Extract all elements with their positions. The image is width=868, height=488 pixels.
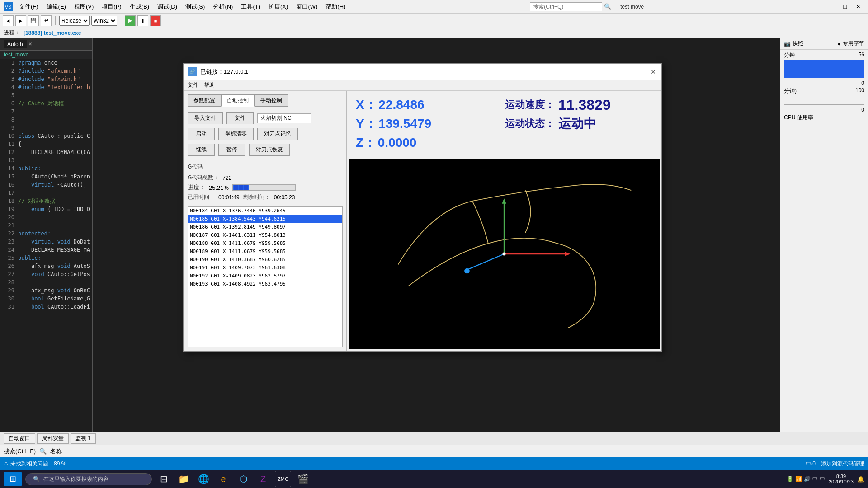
taskbar-icon-explorer[interactable]: 📁: [175, 471, 192, 487]
add-to-source[interactable]: 添加到源代码管理: [821, 460, 864, 468]
menu-project[interactable]: 项目(P): [98, 2, 125, 12]
tool-memory-btn[interactable]: 对刀点记忆: [257, 128, 298, 140]
menu-debug[interactable]: 调试(D): [154, 2, 181, 12]
notification-icon[interactable]: 🔔: [857, 476, 864, 483]
gcode-total-value: 722: [222, 175, 231, 181]
taskbar-search[interactable]: 🔍 在这里输入你要搜索的内容: [25, 473, 152, 485]
code-line: 21: [0, 221, 92, 230]
dialog-close-btn[interactable]: ✕: [649, 67, 658, 76]
code-line: 8: [0, 116, 92, 124]
start-button[interactable]: ⊞: [4, 472, 22, 486]
close-btn[interactable]: ✕: [852, 3, 864, 10]
code-content: virtual void DoDat: [18, 238, 90, 246]
gcode-line: N00186 G01 X-1392.8149 Y949.8097: [188, 223, 342, 231]
search-icon-2: 🔍: [39, 448, 47, 455]
dialog-menu-help[interactable]: 帮助: [204, 81, 215, 89]
line-number: 22: [2, 230, 14, 238]
code-content: protected:: [18, 230, 51, 238]
config-select[interactable]: Release: [59, 16, 90, 26]
line-number: 17: [2, 189, 14, 197]
code-line: 24 DECLARE_MESSAGE_MA: [0, 246, 92, 254]
menu-window[interactable]: 窗口(W): [292, 2, 321, 12]
taskbar-icon-app1[interactable]: Z: [255, 471, 271, 487]
code-content: public:: [18, 254, 41, 262]
code-content: CAuto(CWnd* pParen: [18, 173, 90, 181]
close-tab-icon[interactable]: ✕: [28, 42, 32, 47]
line-number: 15: [2, 173, 14, 181]
tool-restore-btn[interactable]: 对刀点恢复: [249, 144, 290, 156]
menu-edit[interactable]: 编辑(E): [43, 2, 70, 12]
rp-val-1: 56: [859, 52, 864, 59]
watch-tab[interactable]: 监视 1: [71, 433, 96, 444]
menu-bar: VS 文件(F) 编辑(E) 视图(V) 项目(P) 生成(B) 调试(D) 测…: [0, 0, 868, 14]
menu-file[interactable]: 文件(F): [15, 2, 42, 12]
auto-window-tab[interactable]: 自动窗口: [4, 433, 35, 444]
menu-help[interactable]: 帮助(H): [322, 2, 349, 12]
menu-view[interactable]: 视图(V): [71, 2, 97, 12]
code-content: {: [18, 140, 21, 148]
dialog-menu-file[interactable]: 文件: [188, 81, 198, 89]
coord-z-value: 0.0000: [378, 136, 417, 150]
pause-debug-btn[interactable]: ⏸: [137, 15, 148, 26]
menu-tools[interactable]: 工具(T): [237, 2, 264, 12]
taskbar-icon-taskview[interactable]: ⊟: [156, 471, 172, 487]
undo-btn[interactable]: ↩: [41, 15, 52, 26]
pause-btn[interactable]: 暂停: [218, 144, 245, 156]
forward-btn[interactable]: ►: [15, 15, 26, 26]
code-line: 7: [0, 108, 92, 116]
taskbar-icon-media[interactable]: 🎬: [295, 471, 311, 487]
menu-build[interactable]: 生成(B): [126, 2, 153, 12]
code-line: 10 class CAuto : public C: [0, 132, 92, 140]
menu-test[interactable]: 测试(S): [182, 2, 208, 12]
minimize-btn[interactable]: —: [825, 3, 838, 10]
run-btn[interactable]: ▶: [125, 15, 136, 26]
gcode-progress-label: 进度：: [188, 183, 205, 192]
start-btn[interactable]: 启动: [188, 128, 215, 140]
line-number: 11: [2, 140, 14, 148]
stop-btn[interactable]: ■: [150, 15, 161, 26]
menu-analyze[interactable]: 分析(N): [209, 2, 236, 12]
code-line: 16 virtual ~CAuto();: [0, 181, 92, 189]
taskbar-icon-edge[interactable]: 🌐: [195, 471, 212, 487]
save-btn[interactable]: 💾: [28, 15, 39, 26]
svg-point-5: [464, 268, 470, 274]
search-input[interactable]: [530, 2, 602, 11]
remaining-value: 00:05:23: [274, 194, 295, 201]
code-line: 30 bool GetFileName(G: [0, 295, 92, 303]
taskbar-icon-zmc[interactable]: ZMC: [275, 471, 291, 487]
code-area[interactable]: 1 #pragma once 2 #include "afxcmn.h" 3 #…: [0, 59, 92, 432]
taskbar-icon-ie[interactable]: e: [215, 471, 231, 487]
code-line: 9: [0, 124, 92, 132]
menu-extensions[interactable]: 扩展(X): [265, 2, 292, 12]
line-number: 21: [2, 221, 14, 230]
import-file-btn[interactable]: 导入文件: [188, 112, 223, 124]
dialog-menu: 文件 帮助: [184, 80, 661, 91]
code-line: 17: [0, 189, 92, 197]
line-number: 24: [2, 246, 14, 254]
local-vars-tab[interactable]: 局部安量: [37, 433, 69, 444]
dialog-window: 🔗 已链接：127.0.0.1 ✕ 文件 帮助 参数配置 自动控制 手动控制 导: [183, 63, 662, 352]
snapshot-icon: 📷: [784, 41, 791, 47]
file-value-input[interactable]: [257, 113, 311, 123]
code-content: virtual ~CAuto();: [18, 181, 87, 189]
file-btn[interactable]: 文件: [226, 112, 254, 124]
right-side-panel: 📷 快照 ● 专用字节 分钟 56 0 分钟) 100: [780, 38, 868, 432]
coord-x-label: X：: [356, 98, 377, 112]
restore-btn[interactable]: □: [840, 3, 850, 10]
line-number: 27: [2, 270, 14, 278]
continue-btn[interactable]: 继续: [188, 144, 215, 156]
tab-params[interactable]: 参数配置: [188, 94, 221, 107]
coord-y-row: Y： 139.5479: [356, 115, 503, 132]
code-line: 13: [0, 156, 92, 164]
zero-coords-btn[interactable]: 坐标清零: [218, 128, 254, 140]
tab-auto[interactable]: 自动控制: [221, 94, 255, 107]
code-line: 4 #include "TextBuffer.h": [0, 83, 92, 91]
line-number: 4: [2, 83, 14, 91]
platform-select[interactable]: Win32: [91, 16, 117, 26]
tab-autoh[interactable]: Auto.h: [4, 40, 27, 48]
back-btn[interactable]: ◄: [3, 15, 14, 26]
tab-manual[interactable]: 手动控制: [255, 94, 288, 107]
gcode-list[interactable]: N00184 G01 X-1376.7446 Y939.2645N00185 G…: [188, 206, 343, 347]
taskbar-icon-vscode[interactable]: ⬡: [235, 471, 251, 487]
line-number: 14: [2, 164, 14, 173]
